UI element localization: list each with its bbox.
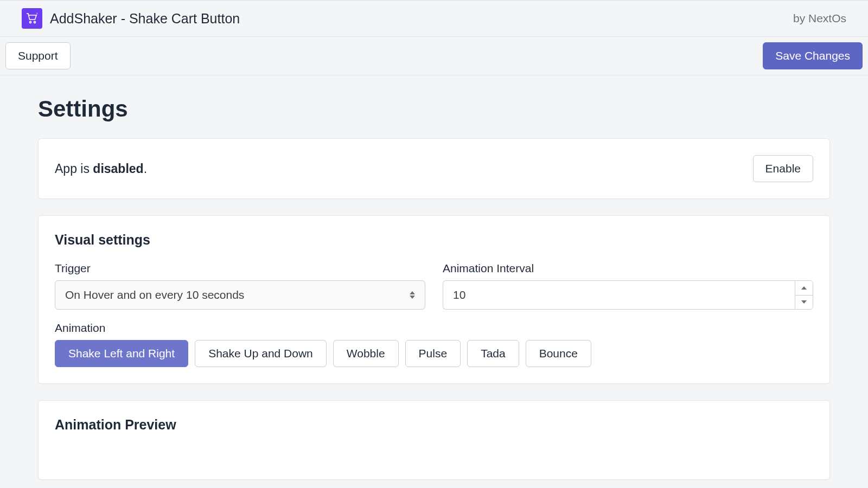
chevron-down-icon [801, 300, 807, 304]
attribution: by NextOs [793, 12, 846, 25]
interval-input[interactable]: 10 [443, 280, 795, 310]
animation-field: Animation Shake Left and RightShake Up a… [55, 322, 813, 367]
save-changes-button[interactable]: Save Changes [763, 42, 863, 69]
interval-step-up[interactable] [795, 281, 813, 296]
status-suffix: . [144, 162, 147, 176]
main: Settings App is disabled. Enable Visual … [0, 75, 868, 488]
interval-label: Animation Interval [443, 262, 813, 275]
animation-preview-card: Animation Preview [38, 400, 830, 480]
app-header: AddShaker - Shake Cart Button by NextOs [0, 0, 868, 37]
chevron-up-icon [801, 286, 807, 290]
interval-field: Animation Interval 10 [443, 262, 813, 310]
animation-option-2[interactable]: Wobble [333, 340, 399, 367]
cart-icon [25, 12, 39, 24]
app-icon [22, 8, 42, 29]
animation-option-0[interactable]: Shake Left and Right [55, 340, 188, 367]
interval-step-down[interactable] [795, 296, 813, 310]
toolbar: Support Save Changes [0, 37, 868, 75]
visual-settings-title: Visual settings [55, 232, 813, 248]
animation-preview-title: Animation Preview [55, 417, 813, 433]
trigger-select-value: On Hover and on every 10 seconds [65, 288, 244, 301]
animation-option-4[interactable]: Tada [467, 340, 519, 367]
animation-option-1[interactable]: Shake Up and Down [195, 340, 327, 367]
visual-settings-card: Visual settings Trigger On Hover and on … [38, 215, 830, 384]
animation-option-3[interactable]: Pulse [405, 340, 461, 367]
app-title: AddShaker - Shake Cart Button [50, 11, 240, 27]
status-prefix: App is [55, 162, 93, 176]
trigger-select[interactable]: On Hover and on every 10 seconds [55, 280, 425, 310]
interval-stepper [795, 280, 813, 310]
status-state: disabled [93, 162, 143, 176]
support-button[interactable]: Support [5, 42, 71, 69]
svg-point-1 [34, 21, 35, 23]
animation-option-5[interactable]: Bounce [526, 340, 591, 367]
status-card: App is disabled. Enable [38, 138, 830, 199]
enable-button[interactable]: Enable [753, 155, 813, 182]
select-caret-icon [410, 291, 415, 299]
trigger-field: Trigger On Hover and on every 10 seconds [55, 262, 425, 310]
animation-label: Animation [55, 322, 813, 335]
app-status-text: App is disabled. [55, 162, 147, 176]
animation-options: Shake Left and RightShake Up and DownWob… [55, 340, 813, 367]
interval-value: 10 [453, 288, 465, 301]
header-left: AddShaker - Shake Cart Button [22, 8, 240, 29]
svg-point-0 [29, 21, 31, 23]
trigger-label: Trigger [55, 262, 425, 275]
page-title: Settings [38, 96, 830, 122]
